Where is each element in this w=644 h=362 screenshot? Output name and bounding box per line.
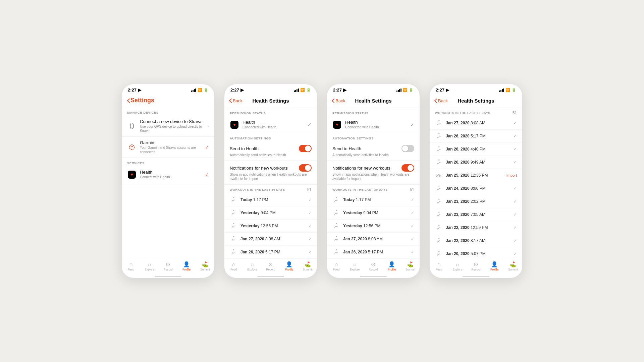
phone2-content: PERMISSION STATUS ♥ Health Connected wit… (224, 108, 317, 259)
workout-jan22a-4: Jan 22, 2020 12:59 PM ✓ (430, 221, 522, 234)
tab-explore-4[interactable]: ⌕ Explore (451, 261, 464, 271)
back-button-2[interactable]: Back (229, 98, 243, 103)
run-icon-j27-4 (435, 119, 442, 127)
back-button-4[interactable]: Back (434, 98, 448, 103)
connect-device-item[interactable]: Connect a new device to Strava. Use your… (122, 116, 214, 137)
send-to-health-toggle-3[interactable] (401, 145, 414, 152)
tab-feed-3[interactable]: ⌂ Feed (330, 261, 343, 271)
run-icon-j26b-4 (435, 145, 442, 153)
home-indicator-4 (463, 276, 489, 277)
back-button-3[interactable]: Back (332, 98, 345, 103)
health-permission-right-3: ✓ (410, 122, 414, 127)
tab-explore-label-2: Explore (247, 268, 257, 271)
record-icon-4: ⊙ (474, 261, 478, 267)
import-button-4[interactable]: Import (506, 173, 517, 177)
workout-jan26a-4: Jan 26, 2020 5:17 PM ✓ (430, 130, 522, 143)
phone4-content: WORKOUTS IN THE LAST 30 DAYS 51 Jan 27, … (430, 108, 522, 259)
tab-summit-2[interactable]: ⛳ Summit (301, 261, 314, 271)
connect-device-right: › (207, 123, 209, 129)
summit-icon-2: ⛳ (304, 261, 311, 267)
notifications-item-3: Notifications for new workouts Show in-a… (327, 161, 420, 185)
tab-explore-2[interactable]: ⌕ Explore (246, 261, 259, 271)
tab-summit-1[interactable]: ⛳ Summit (198, 261, 212, 271)
phone1-content: MANAGE DEVICES Connect a new device (122, 107, 214, 259)
workout-yesterday2-3: Yesterday 12:56 PM ✓ (327, 220, 420, 233)
tab-feed-label-4: Feed (436, 268, 442, 271)
run-icon-y2-3 (332, 222, 340, 230)
status-icons-3: 🛜 🔋 (396, 88, 414, 92)
services-header: SERVICES (122, 158, 214, 166)
send-to-health-toggle-2[interactable] (299, 145, 312, 152)
tab-summit-label-1: Summit (200, 268, 210, 271)
workouts-header-2: WORKOUTS IN THE LAST 30 DAYS 51 (224, 185, 317, 193)
health-heart-icon: ♥ (127, 170, 137, 179)
permission-status-header-3: PERMISSION STATUS (327, 108, 420, 116)
bike-icon-j25-4 (435, 172, 442, 179)
tab-explore-label-3: Explore (350, 268, 360, 271)
status-bar-2: 2:27 ▶ 🛜 🔋 (224, 84, 317, 94)
send-to-health-sub-2: Automatically send activities to Health (230, 153, 312, 157)
notifications-toggle-3[interactable] (401, 164, 414, 172)
run-icon-j22a-4 (435, 224, 442, 231)
nav-bar-4: Back Health Settings (430, 94, 522, 108)
tab-record-2[interactable]: ⊙ Record (264, 261, 277, 271)
nav-title-4: Health Settings (458, 98, 494, 104)
health-service-right: ✓ (205, 172, 209, 177)
status-icons-4: 🛜 🔋 (499, 88, 516, 92)
tab-profile-1[interactable]: 👤 Profile (180, 261, 193, 271)
tab-summit-label-2: Summit (303, 268, 313, 271)
health-permission-title-2: Health (243, 120, 305, 125)
tab-profile-4[interactable]: 👤 Profile (488, 261, 501, 271)
battery-icon-2: 🔋 (306, 88, 311, 92)
tab-record-label-4: Record (471, 268, 480, 271)
tab-record-label-3: Record (369, 268, 378, 271)
tab-profile-label-2: Profile (285, 268, 293, 271)
phone-2: 2:27 ▶ 🛜 🔋 Back Health Settings PERMISSI… (224, 84, 317, 278)
health-service-item[interactable]: ♥ Health Connect with Health. ✓ (122, 166, 214, 183)
home-icon-2: ⌂ (232, 261, 235, 267)
garmin-check-icon: ✓ (205, 145, 209, 150)
home-icon-3: ⌂ (335, 261, 338, 267)
health-permission-item-2: ♥ Health Connected with Health. ✓ (224, 116, 317, 133)
tab-record-3[interactable]: ⊙ Record (367, 261, 380, 271)
workout-today-2: Today 1:17 PM ✓ (224, 193, 317, 206)
phone3-content: PERMISSION STATUS ♥ Health Connected wit… (327, 108, 420, 259)
phones-container: 2:27 ▶ 🛜 🔋 Settings MANAGE DEVICES (121, 84, 523, 278)
wifi-icon-1: 🛜 (198, 88, 202, 92)
tab-explore-1[interactable]: ⌕ Explore (143, 261, 156, 271)
tab-profile-3[interactable]: 👤 Profile (385, 261, 398, 271)
tab-bar-2: ⌂ Feed ⌕ Explore ⊙ Record 👤 Profile ⛳ Su… (224, 259, 317, 275)
profile-icon-1: 👤 (183, 261, 190, 267)
send-to-health-sub-3: Automatically send activities to Health (332, 153, 414, 157)
tab-summit-3[interactable]: ⛳ Summit (404, 261, 417, 271)
tab-feed-2[interactable]: ⌂ Feed (227, 261, 240, 271)
explore-icon-3: ⌕ (353, 261, 357, 267)
health-permission-text-3: Health Connected with Health. (345, 120, 408, 129)
tab-profile-2[interactable]: 👤 Profile (282, 261, 296, 271)
health-service-title: Health (140, 170, 203, 175)
tab-summit-label-4: Summit (508, 268, 518, 271)
run-icon-j23b-4 (435, 211, 442, 218)
status-icons-1: 🛜 🔋 (191, 88, 208, 92)
summit-icon-1: ⛳ (202, 261, 208, 267)
tab-explore-3[interactable]: ⌕ Explore (348, 261, 362, 271)
tab-record-1[interactable]: ⊙ Record (161, 261, 175, 271)
notifications-toggle-2[interactable] (299, 164, 312, 172)
tab-feed-4[interactable]: ⌂ Feed (432, 261, 446, 271)
notifications-title-2: Notifications for new workouts (230, 166, 288, 171)
back-label-3: Back (335, 98, 345, 103)
tab-summit-4[interactable]: ⛳ Summit (506, 261, 520, 271)
tab-feed-1[interactable]: ⌂ Feed (124, 261, 138, 271)
tab-feed-label-1: Feed (128, 268, 134, 271)
garmin-item[interactable]: Garmin Your Garmin and Strava accounts a… (122, 137, 214, 158)
workout-yesterday1-2: Yesterday 9:04 PM ✓ (224, 206, 317, 220)
workout-yesterday2-2: Yesterday 12:56 PM ✓ (224, 220, 317, 233)
workouts-header-4: WORKOUTS IN THE LAST 30 DAYS 51 (430, 108, 522, 117)
garmin-text: Garmin Your Garmin and Strava accounts a… (140, 140, 203, 154)
tab-record-4[interactable]: ⊙ Record (469, 261, 483, 271)
wifi-icon-2: 🛜 (300, 88, 305, 92)
workout-yesterday1-3: Yesterday 9:04 PM ✓ (327, 206, 420, 220)
tab-profile-label-1: Profile (182, 268, 191, 271)
run-icon-today-3 (332, 196, 340, 203)
tab-record-label-2: Record (266, 268, 275, 271)
